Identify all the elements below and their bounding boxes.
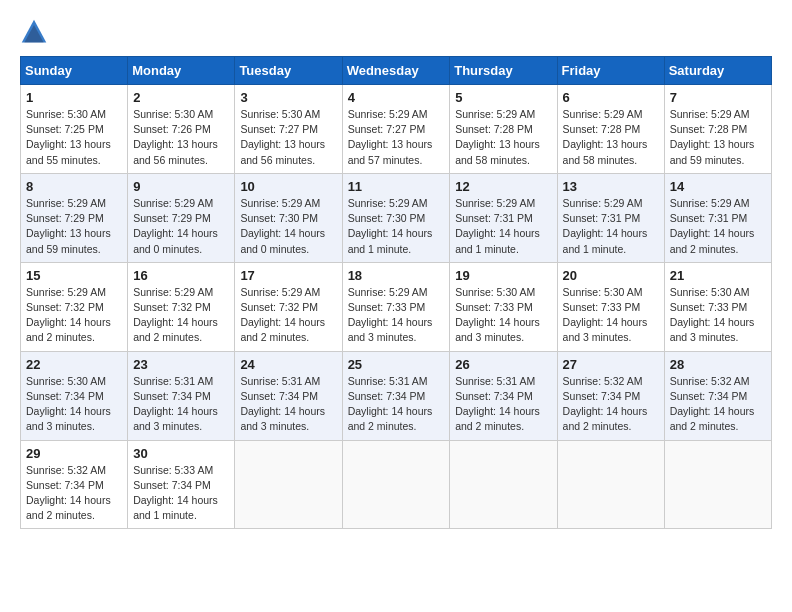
day-number: 17 [240, 268, 336, 283]
calendar-cell: 10Sunrise: 5:29 AM Sunset: 7:30 PM Dayli… [235, 173, 342, 262]
day-info: Sunrise: 5:29 AM Sunset: 7:31 PM Dayligh… [563, 196, 659, 257]
day-number: 5 [455, 90, 551, 105]
day-info: Sunrise: 5:32 AM Sunset: 7:34 PM Dayligh… [563, 374, 659, 435]
calendar-cell: 23Sunrise: 5:31 AM Sunset: 7:34 PM Dayli… [128, 351, 235, 440]
calendar-header-row: SundayMondayTuesdayWednesdayThursdayFrid… [21, 57, 772, 85]
calendar-cell: 8Sunrise: 5:29 AM Sunset: 7:29 PM Daylig… [21, 173, 128, 262]
day-info: Sunrise: 5:30 AM Sunset: 7:26 PM Dayligh… [133, 107, 229, 168]
calendar-cell: 13Sunrise: 5:29 AM Sunset: 7:31 PM Dayli… [557, 173, 664, 262]
calendar-cell: 16Sunrise: 5:29 AM Sunset: 7:32 PM Dayli… [128, 262, 235, 351]
day-number: 4 [348, 90, 445, 105]
day-info: Sunrise: 5:31 AM Sunset: 7:34 PM Dayligh… [240, 374, 336, 435]
day-info: Sunrise: 5:29 AM Sunset: 7:31 PM Dayligh… [670, 196, 766, 257]
day-number: 20 [563, 268, 659, 283]
day-info: Sunrise: 5:29 AM Sunset: 7:30 PM Dayligh… [348, 196, 445, 257]
calendar-cell: 26Sunrise: 5:31 AM Sunset: 7:34 PM Dayli… [450, 351, 557, 440]
day-number: 26 [455, 357, 551, 372]
day-number: 2 [133, 90, 229, 105]
calendar-cell: 21Sunrise: 5:30 AM Sunset: 7:33 PM Dayli… [664, 262, 771, 351]
day-info: Sunrise: 5:31 AM Sunset: 7:34 PM Dayligh… [133, 374, 229, 435]
calendar-cell [342, 440, 450, 529]
calendar-cell: 4Sunrise: 5:29 AM Sunset: 7:27 PM Daylig… [342, 85, 450, 174]
logo-icon [20, 18, 48, 46]
calendar-header-wednesday: Wednesday [342, 57, 450, 85]
day-info: Sunrise: 5:29 AM Sunset: 7:30 PM Dayligh… [240, 196, 336, 257]
day-info: Sunrise: 5:29 AM Sunset: 7:27 PM Dayligh… [348, 107, 445, 168]
calendar-cell: 25Sunrise: 5:31 AM Sunset: 7:34 PM Dayli… [342, 351, 450, 440]
calendar-header-friday: Friday [557, 57, 664, 85]
calendar-cell: 2Sunrise: 5:30 AM Sunset: 7:26 PM Daylig… [128, 85, 235, 174]
day-info: Sunrise: 5:33 AM Sunset: 7:34 PM Dayligh… [133, 463, 229, 524]
day-number: 19 [455, 268, 551, 283]
calendar-cell: 7Sunrise: 5:29 AM Sunset: 7:28 PM Daylig… [664, 85, 771, 174]
day-info: Sunrise: 5:29 AM Sunset: 7:32 PM Dayligh… [240, 285, 336, 346]
day-info: Sunrise: 5:30 AM Sunset: 7:33 PM Dayligh… [455, 285, 551, 346]
calendar-cell [235, 440, 342, 529]
calendar-cell [557, 440, 664, 529]
day-number: 28 [670, 357, 766, 372]
calendar-cell: 15Sunrise: 5:29 AM Sunset: 7:32 PM Dayli… [21, 262, 128, 351]
day-number: 7 [670, 90, 766, 105]
calendar-cell: 27Sunrise: 5:32 AM Sunset: 7:34 PM Dayli… [557, 351, 664, 440]
day-number: 30 [133, 446, 229, 461]
day-number: 23 [133, 357, 229, 372]
calendar-week-row: 8Sunrise: 5:29 AM Sunset: 7:29 PM Daylig… [21, 173, 772, 262]
day-info: Sunrise: 5:29 AM Sunset: 7:33 PM Dayligh… [348, 285, 445, 346]
calendar-cell: 1Sunrise: 5:30 AM Sunset: 7:25 PM Daylig… [21, 85, 128, 174]
logo [20, 18, 52, 46]
calendar-cell: 30Sunrise: 5:33 AM Sunset: 7:34 PM Dayli… [128, 440, 235, 529]
day-info: Sunrise: 5:30 AM Sunset: 7:25 PM Dayligh… [26, 107, 122, 168]
day-number: 9 [133, 179, 229, 194]
calendar-cell: 5Sunrise: 5:29 AM Sunset: 7:28 PM Daylig… [450, 85, 557, 174]
day-number: 1 [26, 90, 122, 105]
calendar-cell: 17Sunrise: 5:29 AM Sunset: 7:32 PM Dayli… [235, 262, 342, 351]
calendar-header-sunday: Sunday [21, 57, 128, 85]
day-number: 22 [26, 357, 122, 372]
calendar-cell: 24Sunrise: 5:31 AM Sunset: 7:34 PM Dayli… [235, 351, 342, 440]
calendar-cell: 29Sunrise: 5:32 AM Sunset: 7:34 PM Dayli… [21, 440, 128, 529]
calendar-header-monday: Monday [128, 57, 235, 85]
calendar-cell: 11Sunrise: 5:29 AM Sunset: 7:30 PM Dayli… [342, 173, 450, 262]
calendar-cell: 19Sunrise: 5:30 AM Sunset: 7:33 PM Dayli… [450, 262, 557, 351]
calendar-week-row: 29Sunrise: 5:32 AM Sunset: 7:34 PM Dayli… [21, 440, 772, 529]
calendar-week-row: 15Sunrise: 5:29 AM Sunset: 7:32 PM Dayli… [21, 262, 772, 351]
day-info: Sunrise: 5:30 AM Sunset: 7:27 PM Dayligh… [240, 107, 336, 168]
calendar-table: SundayMondayTuesdayWednesdayThursdayFrid… [20, 56, 772, 529]
day-info: Sunrise: 5:30 AM Sunset: 7:33 PM Dayligh… [563, 285, 659, 346]
day-info: Sunrise: 5:29 AM Sunset: 7:28 PM Dayligh… [455, 107, 551, 168]
day-info: Sunrise: 5:31 AM Sunset: 7:34 PM Dayligh… [455, 374, 551, 435]
day-info: Sunrise: 5:30 AM Sunset: 7:34 PM Dayligh… [26, 374, 122, 435]
day-number: 3 [240, 90, 336, 105]
day-number: 10 [240, 179, 336, 194]
day-info: Sunrise: 5:29 AM Sunset: 7:29 PM Dayligh… [26, 196, 122, 257]
calendar-cell: 14Sunrise: 5:29 AM Sunset: 7:31 PM Dayli… [664, 173, 771, 262]
day-number: 14 [670, 179, 766, 194]
day-info: Sunrise: 5:29 AM Sunset: 7:29 PM Dayligh… [133, 196, 229, 257]
day-info: Sunrise: 5:29 AM Sunset: 7:32 PM Dayligh… [133, 285, 229, 346]
header [20, 18, 772, 46]
day-info: Sunrise: 5:32 AM Sunset: 7:34 PM Dayligh… [26, 463, 122, 524]
page: SundayMondayTuesdayWednesdayThursdayFrid… [0, 0, 792, 547]
day-number: 12 [455, 179, 551, 194]
calendar-header-saturday: Saturday [664, 57, 771, 85]
day-info: Sunrise: 5:31 AM Sunset: 7:34 PM Dayligh… [348, 374, 445, 435]
day-number: 18 [348, 268, 445, 283]
calendar-cell: 18Sunrise: 5:29 AM Sunset: 7:33 PM Dayli… [342, 262, 450, 351]
calendar-cell: 22Sunrise: 5:30 AM Sunset: 7:34 PM Dayli… [21, 351, 128, 440]
day-info: Sunrise: 5:29 AM Sunset: 7:28 PM Dayligh… [670, 107, 766, 168]
day-number: 21 [670, 268, 766, 283]
day-info: Sunrise: 5:29 AM Sunset: 7:31 PM Dayligh… [455, 196, 551, 257]
calendar-cell: 20Sunrise: 5:30 AM Sunset: 7:33 PM Dayli… [557, 262, 664, 351]
calendar-header-tuesday: Tuesday [235, 57, 342, 85]
calendar-cell: 28Sunrise: 5:32 AM Sunset: 7:34 PM Dayli… [664, 351, 771, 440]
day-number: 25 [348, 357, 445, 372]
calendar-cell [450, 440, 557, 529]
day-number: 16 [133, 268, 229, 283]
day-number: 29 [26, 446, 122, 461]
calendar-cell: 3Sunrise: 5:30 AM Sunset: 7:27 PM Daylig… [235, 85, 342, 174]
day-info: Sunrise: 5:29 AM Sunset: 7:32 PM Dayligh… [26, 285, 122, 346]
calendar-week-row: 1Sunrise: 5:30 AM Sunset: 7:25 PM Daylig… [21, 85, 772, 174]
calendar-header-thursday: Thursday [450, 57, 557, 85]
day-number: 8 [26, 179, 122, 194]
calendar-week-row: 22Sunrise: 5:30 AM Sunset: 7:34 PM Dayli… [21, 351, 772, 440]
